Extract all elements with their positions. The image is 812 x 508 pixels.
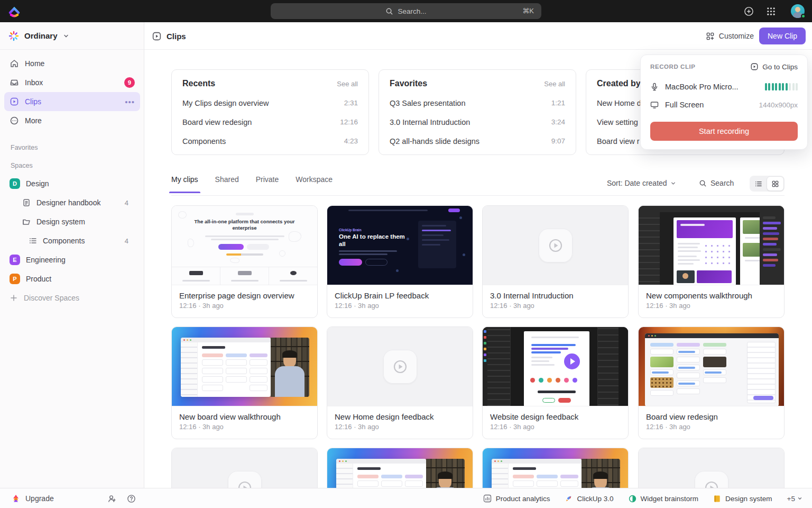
quick-create-icon[interactable] (742, 5, 755, 17)
clips-more-options-icon[interactable]: ••• (125, 97, 135, 106)
footer-item-widget-brainstorm[interactable]: Widget brainstorm (629, 495, 699, 503)
sidebar-item-more[interactable]: More (4, 111, 140, 130)
help-icon[interactable] (127, 494, 136, 503)
microphone-icon (650, 83, 659, 91)
online-status-dot (801, 14, 806, 19)
clip-card-board-redesign[interactable]: Board view redesign 12:16 · 3h ago (638, 326, 785, 439)
card-title: Favorites (390, 79, 427, 88)
clip-card-website-feedback[interactable]: Website design feedback 12:16 · 3h ago (482, 326, 629, 439)
microphone-source-row[interactable]: MacBook Pro Micro... (650, 83, 798, 91)
footer-item-clickup-3[interactable]: ClickUp 3.0 (565, 495, 613, 503)
space-avatar: E (10, 255, 20, 265)
clip-name: Q3 Sales presentation (390, 99, 465, 107)
space-label: Product (26, 275, 51, 283)
clip-name: Q2 all-hands slide designs (390, 137, 479, 146)
screen-source-row[interactable]: Full Screen 1440x900px (650, 101, 798, 109)
favorites-section-label[interactable]: Favorites (11, 144, 38, 151)
clip-meta: 12:16 · 3h ago (490, 302, 621, 310)
discover-spaces-button[interactable]: Discover Spaces (4, 289, 134, 307)
sidebar-item-designer-handbook[interactable]: Designer handbook 4 (4, 194, 134, 212)
folder-open-icon (22, 217, 31, 226)
sidebar-item-inbox[interactable]: Inbox 9 (4, 73, 140, 92)
clip-meta: 12:16 · 3h ago (490, 423, 621, 431)
footer-item-product-analytics[interactable]: Product analytics (483, 494, 550, 503)
clip-name: Components (182, 137, 226, 146)
clip-card-home-feedback[interactable]: New Home design feedback 12:16 · 3h ago (327, 326, 473, 439)
clip-meta: 12:16 · 3h ago (179, 302, 310, 310)
sort-dropdown[interactable]: Sort: Date created (607, 179, 676, 187)
top-bar: Search... ⌘K (0, 0, 812, 22)
bottom-bar: Upgrade (0, 488, 812, 508)
tabs-divider (171, 195, 785, 196)
upgrade-icon (12, 494, 20, 503)
page-header: Clips Customize New Clip (144, 22, 812, 50)
clip-card-board-walkthrough[interactable]: New board view walkthrough 12:16 · 3h ag… (171, 326, 318, 439)
inbox-unread-badge: 9 (124, 77, 135, 88)
clip-duration: 1:21 (551, 99, 565, 107)
search-input[interactable]: Search... ⌘K (271, 3, 541, 19)
analytics-icon (483, 494, 492, 503)
go-to-clips-link[interactable]: Go to Clips (750, 62, 798, 71)
clip-duration: 2:31 (344, 99, 358, 107)
clip-thumbnail (327, 327, 473, 406)
clips-tabs: My clips Shared Private Workspace (171, 175, 333, 193)
clip-name: My Clips design overview (182, 99, 269, 107)
clip-thumbnail (483, 327, 628, 406)
tab-private[interactable]: Private (256, 175, 279, 193)
clip-card-internal-introduction[interactable]: 3.0 Internal Intruduction 12:16 · 3h ago (482, 205, 629, 318)
clip-thumbnail: ClickUp Brain One AI to replace them all (327, 206, 473, 285)
thumbnail-logos (172, 267, 317, 285)
list-view-button[interactable] (750, 176, 767, 191)
sidebar-space-design[interactable]: D Design (4, 175, 134, 193)
recent-clip-row[interactable]: Board view redesign 12:16 (182, 118, 358, 126)
home-icon (10, 59, 19, 68)
start-recording-button[interactable]: Start recording (650, 122, 798, 141)
upgrade-label: Upgrade (25, 494, 54, 503)
grid-view-button[interactable] (767, 176, 784, 191)
upgrade-button[interactable]: Upgrade (12, 488, 54, 508)
search-placeholder: Search... (398, 7, 426, 15)
recents-card: Recents See all My Clips design overview… (171, 69, 369, 155)
clip-meta: 12:16 · 3h ago (179, 423, 310, 431)
customize-button[interactable]: Customize (706, 28, 754, 44)
tab-workspace[interactable]: Workspace (296, 175, 333, 193)
tab-shared[interactable]: Shared (215, 175, 239, 193)
clickup-logo-icon[interactable] (7, 4, 22, 19)
clip-thumbnail: The all-in-one platform that connects yo… (172, 206, 317, 285)
space-avatar: P (10, 274, 20, 284)
go-to-clips-label: Go to Clips (762, 63, 798, 71)
workspace-name: Ordinary (24, 31, 58, 40)
sidebar-item-clips[interactable]: Clips ••• (4, 92, 140, 111)
apps-grid-icon[interactable] (764, 5, 777, 17)
see-all-link[interactable]: See all (337, 80, 358, 88)
clip-card-components-walkthrough[interactable]: New components walkthrough 12:16 · 3h ag… (638, 205, 785, 318)
discover-spaces-label: Discover Spaces (24, 294, 79, 302)
sidebar-item-design-system[interactable]: Design system (4, 213, 134, 231)
play-icon (383, 350, 417, 384)
favorite-clip-row[interactable]: 3.0 Internal Intruduction 3:24 (390, 118, 565, 126)
clips-search-button[interactable]: Search (699, 179, 734, 187)
new-clip-button[interactable]: New Clip (759, 28, 806, 44)
clip-card-brain-lp[interactable]: ClickUp Brain One AI to replace them all… (327, 205, 473, 318)
clip-name: New Home d (597, 99, 641, 107)
favorite-clip-row[interactable]: Q3 Sales presentation 1:21 (390, 99, 565, 107)
footer-item-design-system[interactable]: Design system (713, 495, 772, 503)
sidebar-item-components[interactable]: Components 4 (4, 232, 134, 250)
clip-card-enterprise-page[interactable]: The all-in-one platform that connects yo… (171, 205, 318, 318)
list-label: Components (43, 237, 85, 245)
workspace-switcher[interactable]: Ordinary (0, 22, 144, 50)
sidebar: Ordinary Home (0, 22, 144, 488)
sidebar-space-engineering[interactable]: E Engineering (4, 251, 134, 269)
screen-resolution: 1440x900px (759, 101, 798, 109)
favorite-clip-row[interactable]: Q2 all-hands slide designs 9:07 (390, 137, 565, 146)
recent-clip-row[interactable]: My Clips design overview 2:31 (182, 99, 358, 107)
invite-user-icon[interactable] (107, 494, 116, 503)
recent-clip-row[interactable]: Components 4:23 (182, 137, 358, 146)
see-all-link[interactable]: See all (544, 80, 565, 88)
footer-more-button[interactable]: +5 (787, 495, 802, 503)
space-label: Design (26, 179, 49, 188)
spaces-section-label[interactable]: Spaces (11, 162, 33, 169)
sidebar-space-product[interactable]: P Product (4, 270, 134, 288)
sidebar-item-home[interactable]: Home (4, 54, 140, 73)
tab-my-clips[interactable]: My clips (171, 175, 198, 193)
